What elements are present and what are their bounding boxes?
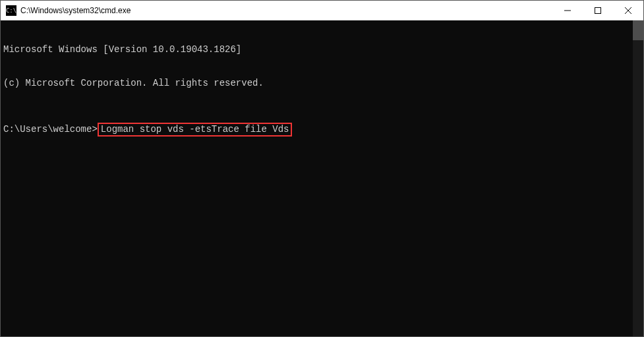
maximize-button[interactable] xyxy=(583,1,613,20)
maximize-icon xyxy=(595,7,601,14)
vertical-scrollbar[interactable] xyxy=(633,20,643,336)
terminal[interactable]: Microsoft Windows [Version 10.0.19043.18… xyxy=(1,20,633,336)
window-controls xyxy=(552,1,643,20)
minimize-icon xyxy=(564,7,571,14)
prompt-line: C:\Users\welcome>Logman stop vds -etsTra… xyxy=(3,123,633,137)
titlebar[interactable]: C:\ C:\Windows\system32\cmd.exe xyxy=(1,1,643,20)
minimize-button[interactable] xyxy=(552,1,583,20)
window-title: C:\Windows\system32\cmd.exe xyxy=(20,6,552,15)
terminal-output-line: (c) Microsoft Corporation. All rights re… xyxy=(3,78,633,89)
prompt: C:\Users\welcome> xyxy=(3,124,98,135)
svg-rect-1 xyxy=(595,8,601,14)
terminal-area: Microsoft Windows [Version 10.0.19043.18… xyxy=(1,20,643,336)
close-button[interactable] xyxy=(613,1,643,20)
command-text: Logman stop vds -etsTrace file Vds xyxy=(101,124,289,135)
close-icon xyxy=(625,7,631,14)
cmd-icon: C:\ xyxy=(6,5,16,16)
cmd-window: C:\ C:\Windows\system32\cmd.exe Microsof… xyxy=(0,0,644,337)
scrollbar-thumb[interactable] xyxy=(633,20,643,40)
terminal-output-line: Microsoft Windows [Version 10.0.19043.18… xyxy=(3,44,633,55)
command-highlight: Logman stop vds -etsTrace file Vds xyxy=(98,123,293,137)
